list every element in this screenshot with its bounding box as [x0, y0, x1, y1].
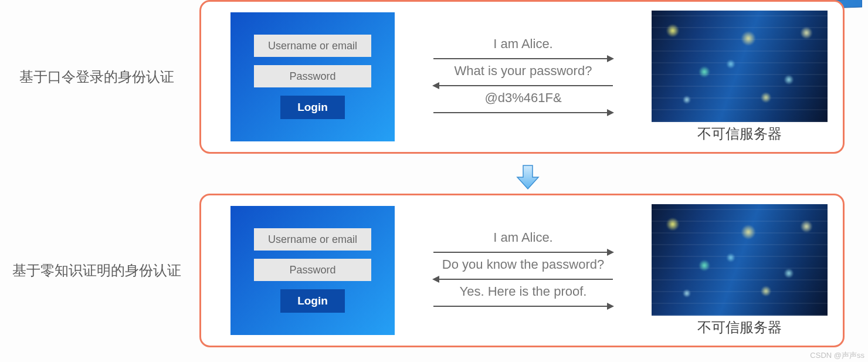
msg2-text: What is your password? — [455, 63, 592, 79]
arrow-right-icon — [432, 54, 614, 63]
server-image — [652, 204, 828, 316]
down-arrow-icon — [516, 164, 540, 190]
server-label: 不可信服务器 — [697, 318, 782, 337]
username-field[interactable]: Username or email — [254, 228, 371, 251]
msg-group-2: Do you know the password? — [432, 257, 614, 284]
msg3-text: @d3%461F& — [484, 90, 561, 106]
username-field[interactable]: Username or email — [254, 35, 371, 57]
msg-group-1: I am Alice. — [432, 230, 614, 257]
svg-marker-11 — [432, 276, 439, 283]
server-label: 不可信服务器 — [697, 124, 782, 143]
arrow-left-icon — [432, 275, 614, 284]
row2-messages: I am Alice. Do you know the password? Ye… — [395, 230, 652, 311]
svg-marker-4 — [432, 82, 439, 89]
msg-group-3: Yes. Here is the proof. — [432, 284, 614, 311]
msg-group-1: I am Alice. — [432, 36, 614, 63]
msg3-text: Yes. Here is the proof. — [460, 284, 587, 299]
row1-messages: I am Alice. What is your password? @d3%4… — [395, 36, 652, 117]
arrow-left-icon — [432, 81, 614, 90]
row2-title: 基于零知识证明的身份认证 — [0, 261, 199, 280]
login-button[interactable]: Login — [280, 96, 345, 119]
row1-title: 基于口令登录的身份认证 — [0, 67, 199, 86]
server-image — [652, 11, 828, 122]
svg-marker-9 — [607, 249, 614, 256]
svg-marker-7 — [517, 165, 538, 189]
svg-marker-6 — [607, 109, 614, 116]
row2-panel: Username or email Password Login I am Al… — [199, 194, 845, 347]
login-form: Username or email Password Login — [230, 206, 395, 335]
arrow-right-icon — [432, 248, 614, 257]
msg1-text: I am Alice. — [493, 36, 552, 52]
row-password-auth: 基于口令登录的身份认证 Username or email Password L… — [0, 0, 868, 154]
msg-group-2: What is your password? — [432, 63, 614, 90]
row-zkp-auth: 基于零知识证明的身份认证 Username or email Password … — [0, 194, 868, 347]
watermark-text: CSDN @声声ss — [810, 350, 864, 361]
password-field[interactable]: Password — [254, 259, 371, 281]
svg-marker-2 — [607, 55, 614, 62]
arrow-right-icon — [432, 302, 614, 311]
login-form: Username or email Password Login — [230, 12, 395, 141]
login-button[interactable]: Login — [280, 289, 345, 313]
password-field[interactable]: Password — [254, 65, 371, 87]
row1-panel: Username or email Password Login I am Al… — [199, 0, 845, 154]
server-column: 不可信服务器 — [652, 11, 828, 143]
arrow-right-icon — [432, 108, 614, 117]
msg2-text: Do you know the password? — [442, 257, 604, 272]
server-column: 不可信服务器 — [652, 204, 828, 337]
msg1-text: I am Alice. — [493, 230, 552, 245]
svg-marker-13 — [607, 303, 614, 310]
msg-group-3: @d3%461F& — [432, 90, 614, 117]
